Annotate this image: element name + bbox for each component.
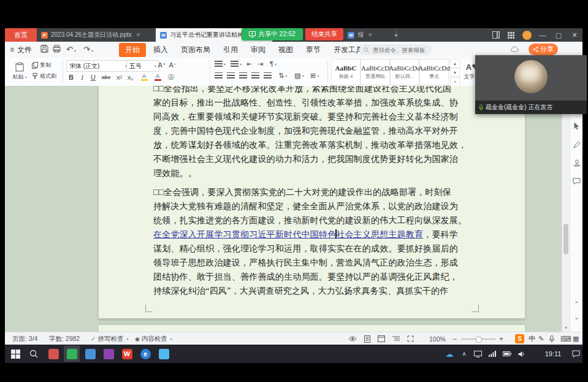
new-tab-button[interactable]: + <box>390 28 402 42</box>
stop-sharing-button[interactable]: 结束共享 <box>305 28 343 40</box>
full-screen-button[interactable] <box>407 332 414 345</box>
ime-mic-button[interactable] <box>549 332 554 345</box>
menu-tab-view[interactable]: 视图 <box>273 42 299 58</box>
file-menu[interactable]: ≡ 文件 <box>10 42 32 58</box>
increase-indent-button[interactable]: ⇥ <box>258 60 263 68</box>
redo-button[interactable]: ↷▾ <box>83 45 93 56</box>
ime-toolbox-button[interactable]: ▦ <box>573 332 579 345</box>
cloud-sync-icon[interactable] <box>510 45 519 54</box>
minimize-button[interactable]: — <box>535 28 551 42</box>
zoom-level[interactable]: 100% <box>429 332 446 345</box>
previous-page-button[interactable]: ⌃ <box>572 299 581 308</box>
spell-check-button[interactable]: ✓ 拼写检查▾ <box>91 332 128 345</box>
menu-tab-home[interactable]: 开始 <box>119 43 146 57</box>
bullet-list-button[interactable]: ▾ <box>215 61 226 67</box>
tray-expand-button[interactable]: ∧ <box>459 345 470 363</box>
underline-button[interactable]: U <box>88 72 98 83</box>
menu-tab-sections[interactable]: 章节 <box>300 42 326 58</box>
align-right-button[interactable] <box>239 72 247 78</box>
close-icon[interactable]: ✕ <box>368 32 373 38</box>
zoom-slider-knob[interactable] <box>476 337 482 343</box>
style-item-keypoint[interactable]: AaBbCcDd 要点 <box>419 59 449 85</box>
line-spacing-button[interactable]: ⇅▾ <box>278 72 287 80</box>
font-size-select[interactable]: 五号▾ <box>126 60 159 72</box>
search-input[interactable] <box>372 46 427 54</box>
zoom-in-button[interactable]: + <box>499 332 503 345</box>
maximize-button[interactable]: ▢ <box>551 28 567 42</box>
italic-button[interactable]: I <box>77 72 87 83</box>
borders-button[interactable]: ⊞▾ <box>310 72 319 80</box>
taskbar-app-wps[interactable]: W <box>119 346 135 362</box>
distribute-button[interactable] <box>264 72 272 78</box>
decrease-indent-button[interactable]: ⇤ <box>246 60 252 68</box>
taskbar-app-2[interactable] <box>82 346 98 362</box>
content-check-button[interactable]: ◉ 内容检查▾ <box>135 332 172 345</box>
workspace-layout-icon[interactable] <box>488 28 504 42</box>
increase-font-button[interactable]: A⁺ <box>157 60 167 71</box>
superscript-button[interactable]: X² <box>114 72 124 83</box>
ime-pen-button[interactable]: ✎ <box>538 332 544 345</box>
cursor-tool-button[interactable] <box>572 121 581 131</box>
web-layout-button[interactable] <box>378 332 385 345</box>
tray-cloud-icon[interactable]: ☁ <box>443 345 456 363</box>
wps-home-tab[interactable]: 首页 <box>5 28 37 42</box>
share-button[interactable]: 分享 <box>529 44 558 55</box>
subscript-button[interactable]: X₂ <box>125 72 136 83</box>
ime-keyboard-button[interactable]: ⌨ <box>560 332 571 345</box>
scroll-down-button[interactable]: ▼ <box>562 324 570 332</box>
print-button[interactable] <box>53 45 61 55</box>
style-gallery-more-button[interactable]: ≡ <box>450 77 460 86</box>
zoom-slider[interactable] <box>461 332 495 345</box>
taskbar-app-edge[interactable]: e <box>137 346 153 362</box>
zoom-out-button[interactable]: − <box>452 332 457 345</box>
command-search-box[interactable] <box>359 44 432 55</box>
next-page-button[interactable]: ⌄ <box>572 313 581 322</box>
hyperlink-text[interactable]: 在全党深入开展学习贯彻习近平新时代中国特色社会主义思想主题教育 <box>153 230 423 239</box>
align-center-button[interactable] <box>227 72 235 78</box>
close-button[interactable]: ✕ <box>567 28 582 42</box>
user-avatar[interactable] <box>519 28 535 42</box>
shading-button[interactable]: ▨▾ <box>294 72 304 80</box>
menu-tab-review[interactable]: 审阅 <box>245 42 271 58</box>
speaker-video-overlay[interactable]: 疏金金(疏金金) 正在发言 <box>475 55 587 114</box>
strikethrough-button[interactable]: abc <box>99 72 113 83</box>
save-button[interactable] <box>40 45 48 55</box>
style-gallery-up-button[interactable]: ▲ <box>450 59 460 68</box>
tray-battery-icon[interactable] <box>500 345 514 363</box>
document-area[interactable]: □□全会指出，要坚定不移深化改革开放，紧紧围绕全面建设社会主义现代化国 家的目标… <box>5 86 582 332</box>
print-layout-button[interactable] <box>364 332 370 345</box>
copy-button[interactable]: 复制 <box>32 61 51 69</box>
taskbar-search-button[interactable] <box>26 346 42 362</box>
style-item-normal-web[interactable]: AaBbCcD 普通网站 <box>361 59 390 85</box>
align-left-button[interactable] <box>215 72 223 78</box>
taskbar-app-1[interactable] <box>45 346 61 362</box>
comment-tool-button[interactable] <box>572 177 581 186</box>
format-painter-button[interactable]: 格式刷 <box>32 72 56 80</box>
tray-time[interactable]: 19:11 <box>540 345 567 363</box>
document-tab-partial[interactable]: W 报 ✕ <box>343 28 397 42</box>
vertical-scrollbar[interactable]: ▲ ▼ <box>562 86 570 332</box>
pen-tool-button[interactable] <box>572 140 581 149</box>
ime-mode-button[interactable]: 中 <box>529 332 535 345</box>
justify-button[interactable] <box>251 72 259 78</box>
menu-tab-insert[interactable]: 插入 <box>148 42 174 58</box>
style-item-default[interactable]: AaBbCcDd 默认段... <box>390 59 419 85</box>
menu-tab-page-layout[interactable]: 页面布局 <box>175 42 216 58</box>
style-gallery-down-button[interactable]: ▼ <box>450 68 460 77</box>
tray-network-icon[interactable] <box>486 345 499 363</box>
start-button[interactable] <box>7 346 23 362</box>
decrease-font-button[interactable]: A⁻ <box>168 60 178 71</box>
outline-view-button[interactable] <box>392 332 400 345</box>
bold-button[interactable]: B <box>66 72 76 83</box>
paragraph-mark-button[interactable]: ¶▾ <box>270 60 277 67</box>
tray-display-icon[interactable] <box>471 345 484 363</box>
close-icon[interactable]: ✕ <box>136 32 141 38</box>
highlight-color-button[interactable]: A <box>139 72 150 83</box>
tray-notification-button[interactable] <box>569 345 582 363</box>
style-item-heading4[interactable]: AaBbC 标题 4 <box>331 59 361 85</box>
apps-grid-icon[interactable] <box>503 28 519 42</box>
undo-button[interactable]: ↶▾ <box>66 45 76 56</box>
character-border-button[interactable]: Ⓐ <box>166 72 177 83</box>
font-color-button[interactable]: A <box>152 72 163 83</box>
taskbar-app-meeting-active[interactable] <box>64 346 80 362</box>
